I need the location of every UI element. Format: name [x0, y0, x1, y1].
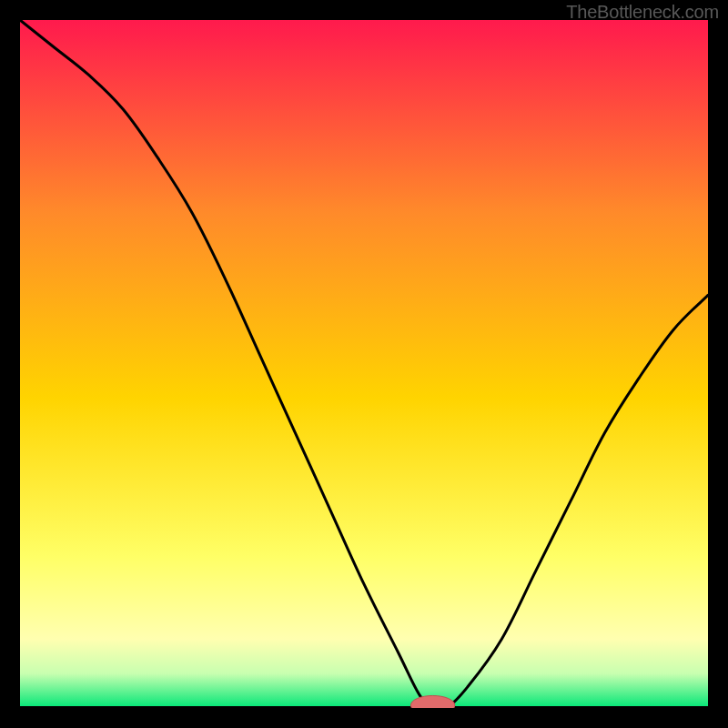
watermark-text: TheBottleneck.com [566, 2, 719, 23]
plot-area [20, 20, 708, 708]
gradient-background [20, 20, 708, 708]
chart-root: TheBottleneck.com [0, 0, 728, 728]
chart-svg [20, 20, 708, 708]
